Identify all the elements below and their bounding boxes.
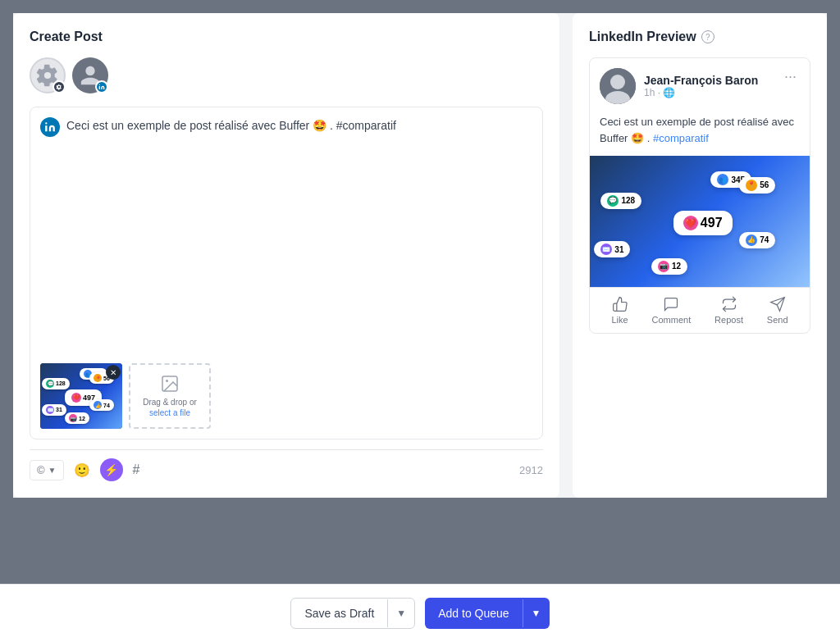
- preview-notif-icon-128: 💬: [607, 195, 619, 207]
- linkedin-author-avatar: [600, 68, 636, 104]
- emoji-icon: 🙂: [74, 462, 90, 478]
- tn-128: 💬 128: [42, 378, 70, 389]
- create-post-panel: Create Post: [13, 13, 559, 498]
- linkedin-author-info: Jean-François Baron 1h · 🌐: [644, 74, 758, 98]
- preview-notif-icon-12: 📷: [658, 261, 669, 272]
- brand-avatar[interactable]: [30, 57, 66, 93]
- copyright-dropdown-btn[interactable]: © ▼: [30, 460, 64, 480]
- tn-icon-128: 💬: [46, 380, 54, 388]
- post-text-input[interactable]: [66, 117, 532, 347]
- preview-notif-12: 📷 12: [651, 258, 687, 275]
- preview-notif-icon-56: 📍: [746, 180, 757, 191]
- save-draft-btn-group: Save as Draft ▼: [290, 598, 415, 629]
- send-icon: [769, 296, 786, 312]
- linkedin-author-row: Jean-François Baron 1h · 🌐: [600, 68, 758, 104]
- dropdown-chevron-icon: ▼: [48, 466, 57, 475]
- remove-image-button[interactable]: ✕: [106, 365, 121, 380]
- hashtag-icon: #: [133, 462, 140, 477]
- comment-icon: [663, 296, 679, 312]
- svg-point-1: [166, 380, 168, 382]
- hashtag-btn[interactable]: #: [130, 459, 144, 480]
- compose-area: 👥 345 💬 128 📍 56 ❤️ 4: [30, 107, 543, 439]
- copyright-icon: ©: [37, 464, 45, 476]
- drop-zone-text: Drag & drop or select a file: [143, 397, 197, 418]
- preview-notif-56: 📍 56: [739, 177, 775, 194]
- preview-notif-74: 👍 74: [739, 232, 775, 248]
- tn-icon-12: 📷: [69, 414, 77, 422]
- image-drop-icon: [160, 374, 180, 394]
- preview-help-icon[interactable]: ?: [701, 30, 714, 43]
- linkedin-repost-btn[interactable]: Repost: [714, 296, 743, 325]
- add-queue-btn[interactable]: Add to Queue: [425, 599, 522, 628]
- send-label: Send: [767, 315, 788, 325]
- preview-notif-128: 💬 128: [600, 193, 641, 209]
- preview-title-row: LinkedIn Preview ?: [589, 30, 810, 44]
- action-bar: Save as Draft ▼ Add to Queue ▼: [0, 584, 840, 642]
- tn-icon-497: ❤️: [71, 393, 81, 403]
- preview-notif-icon-31: ✉️: [600, 244, 612, 255]
- preview-notif-icon-74: 👍: [746, 234, 757, 246]
- tn-icon-31: ✉️: [46, 406, 54, 414]
- linkedin-post-image: 👥 345 💬 128 📍 56 ❤️ 497 👍 74: [590, 156, 810, 287]
- preview-notif-icon-345: 👥: [717, 174, 728, 185]
- tn-icon-74: 👍: [94, 401, 102, 409]
- compose-toolbar: © ▼ 🙂 ⚡ # 2912: [30, 449, 543, 481]
- like-icon: [612, 296, 628, 312]
- comment-label: Comment: [652, 315, 692, 325]
- author-avatar-img: [600, 68, 636, 104]
- compose-row: [40, 117, 532, 347]
- tn-31: ✉️ 31: [42, 404, 66, 416]
- lightning-icon: ⚡: [104, 463, 118, 476]
- linkedin-like-btn[interactable]: Like: [611, 296, 628, 325]
- avatar-linkedin-badge: [95, 80, 108, 93]
- preview-notif-icon-497: ❤️: [683, 216, 698, 230]
- repost-icon: [721, 296, 737, 312]
- preview-title: LinkedIn Preview: [589, 30, 696, 44]
- avatar-settings-badge: [52, 80, 66, 93]
- linkedin-send-btn[interactable]: Send: [767, 296, 788, 325]
- create-post-title: Create Post: [30, 30, 543, 44]
- linkedin-comment-btn[interactable]: Comment: [652, 296, 692, 325]
- emoji-btn[interactable]: 🙂: [71, 459, 94, 481]
- select-file-link[interactable]: select a file: [149, 408, 190, 417]
- image-attachments: 👥 345 💬 128 📍 56 ❤️ 4: [40, 357, 532, 429]
- save-draft-dropdown-btn[interactable]: ▼: [387, 599, 414, 627]
- tn-icon-56: 📍: [94, 374, 102, 382]
- add-queue-btn-group: Add to Queue ▼: [425, 598, 549, 629]
- author-meta: 1h · 🌐: [644, 87, 758, 98]
- preview-notif-31: ✉️ 31: [594, 241, 630, 257]
- tn-74: 👍 74: [89, 399, 114, 411]
- account-avatars: [30, 57, 543, 93]
- linkedin-actions-bar: Like Comment Repost: [590, 287, 810, 333]
- char-count: 2912: [519, 464, 543, 476]
- author-name: Jean-François Baron: [644, 74, 758, 87]
- linkedin-card-header: Jean-François Baron 1h · 🌐 ···: [590, 58, 810, 114]
- linkedin-card: Jean-François Baron 1h · 🌐 ··· Ceci est …: [589, 57, 810, 334]
- linkedin-platform-badge: [40, 117, 60, 137]
- like-label: Like: [611, 315, 628, 325]
- repost-label: Repost: [714, 315, 743, 325]
- linkedin-post-hashtag: #comparatif: [653, 132, 709, 144]
- drop-zone-line1: Drag & drop or: [143, 398, 197, 407]
- svg-point-3: [610, 75, 625, 89]
- ai-enhance-btn[interactable]: ⚡: [100, 458, 123, 481]
- save-draft-btn[interactable]: Save as Draft: [291, 599, 387, 628]
- linkedin-preview-panel: LinkedIn Preview ? Jean-François Baron: [573, 13, 827, 498]
- add-queue-dropdown-btn[interactable]: ▼: [523, 599, 550, 627]
- image-thumbnail: 👥 345 💬 128 📍 56 ❤️ 4: [40, 363, 122, 429]
- linkedin-more-btn[interactable]: ···: [781, 68, 800, 85]
- linkedin-post-text: Ceci est un exemple de post réalisé avec…: [590, 114, 810, 156]
- image-drop-zone[interactable]: Drag & drop or select a file: [129, 363, 211, 429]
- preview-notif-497: ❤️ 497: [673, 211, 733, 235]
- user-avatar[interactable]: [72, 57, 108, 93]
- tn-12: 📷 12: [65, 412, 89, 424]
